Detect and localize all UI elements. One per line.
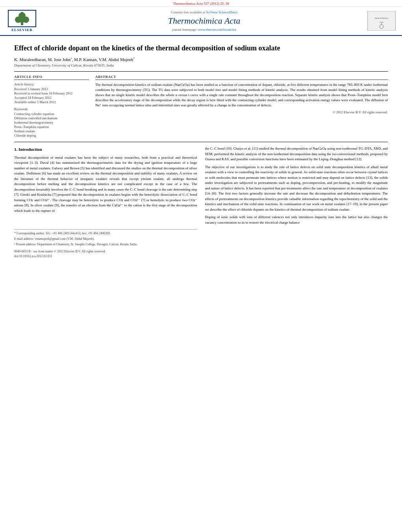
body-para-col2-2: The objective of our investigations is t… (205, 165, 388, 213)
homepage-label: journal homepage: (172, 28, 197, 32)
abstract-text: The thermal decomposition kinetics of so… (95, 82, 388, 108)
elsevier-logo: ELSEVIER (6, 10, 38, 32)
body-para-1: Thermal decomposition of metal oxalates … (14, 155, 197, 214)
sciverse-line: Contents lists available at SciVerse Sci… (44, 10, 364, 14)
journal-citation: Thermochimica Acta 537 (2012) 25–30 (173, 2, 229, 6)
doi-copyright: 0040-6031/$ – see front matter © 2012 El… (14, 250, 106, 253)
page: Thermochimica Acta 537 (2012) 25–30 ELSE… (0, 0, 402, 263)
keywords-list: Contracting cylinder equation Diffusion … (14, 112, 89, 137)
doi-line: 0040-6031/$ – see front matter © 2012 El… (14, 249, 197, 259)
contents-text: Contents lists available at (171, 10, 205, 14)
article-info-column: ARTICLE INFO Article history: Received 3… (14, 75, 89, 138)
received-date: Received 3 January 2012 (14, 87, 89, 91)
sciverse-link[interactable]: SciVerse ScienceDirect (206, 10, 237, 14)
section1-title: 1. Introduction (14, 146, 197, 153)
journal-logo-right: thermochimica acta (364, 11, 396, 31)
footnote-email-line: E-mail address: vmamujeeb@gmail.com (V.M… (14, 237, 197, 241)
body-columns: 1. Introduction Thermal decomposition of… (14, 142, 388, 259)
journal-citation-bar: Thermochimica Acta 537 (2012) 25–30 (0, 0, 402, 7)
authors: K. Muraleedharan, M. Jose John1, M.P. Ka… (14, 57, 388, 62)
abstract-heading: ABSTRACT (95, 75, 388, 80)
footnotes-area: * Corresponding author. Tel.: +91 494 24… (14, 229, 197, 259)
journal-title: Thermochimica Acta (44, 16, 364, 26)
journal-center: Contents lists available at SciVerse Sci… (44, 10, 364, 32)
article-info-heading: ARTICLE INFO (14, 75, 89, 80)
available-online-date: Available online 5 March 2012 (14, 100, 89, 104)
keyword-5: Sodium oxalate (14, 129, 89, 133)
affiliation: Department of Chemistry, University of C… (14, 63, 388, 67)
article-history-label: Article history: (14, 82, 89, 86)
keyword-4: Prout–Tompkins equation (14, 125, 89, 129)
body-para-col2-3: Doping of ionic solids with ions of diff… (205, 215, 388, 225)
footnote-ref-1: 1 (70, 57, 72, 60)
keyword-1: Contracting cylinder equation (14, 112, 89, 116)
article-title: Effect of chloride dopant on the kinetic… (14, 44, 388, 53)
doi-number: doi:10.1016/j.tca.2012.02.031 (14, 254, 52, 258)
body-col-left: 1. Introduction Thermal decomposition of… (14, 146, 197, 259)
copyright-line: © 2012 Elsevier B.V. All rights reserved… (95, 110, 388, 114)
article-info-abstract-section: ARTICLE INFO Article history: Received 3… (14, 71, 388, 138)
authors-text: K. Muraleedharan, M. Jose John1, M.P. Ka… (14, 57, 135, 62)
keywords-label: Keywords: (14, 107, 89, 111)
received-revised-date: Received in revised form 10 February 201… (14, 91, 89, 95)
article-history: Article history: Received 3 January 2012… (14, 82, 89, 104)
elsevier-tree-icon (10, 11, 34, 26)
footnotes: * Corresponding author. Tel.: +91 494 24… (14, 229, 197, 247)
accepted-date: Accepted 24 February 2012 (14, 96, 89, 100)
svg-text:thermochimica: thermochimica (375, 17, 389, 19)
body-col-right: the C–C bond [10]. Chaiyo et al. [11] st… (205, 146, 388, 259)
journal-homepage: journal homepage: www.elsevier.com/locat… (44, 28, 364, 32)
main-content: Effect of chloride dopant on the kinetic… (0, 36, 402, 263)
svg-point-5 (21, 12, 23, 14)
abstract-column: ABSTRACT The thermal decomposition kinet… (95, 75, 388, 138)
footnote-star-line: * Corresponding author. Tel.: +91 494 24… (14, 231, 197, 236)
corresponding-author-marker: * (133, 57, 135, 60)
elsevier-wordmark: ELSEVIER (11, 28, 33, 32)
body-para-col2-1: the C–C bond [10]. Chaiyo et al. [11] st… (205, 146, 388, 162)
footnote-1-line: ¹ Present address: Department of Chemist… (14, 242, 197, 247)
elsevier-logo-box (8, 10, 36, 27)
keyword-3: Isothermal thermogravimetry (14, 120, 89, 124)
keyword-2: Diffusion controlled mechanism (14, 116, 89, 120)
keywords-section: Keywords: Contracting cylinder equation … (14, 107, 89, 137)
homepage-link[interactable]: www.elsevier.com/locate/tca (198, 28, 236, 32)
journal-header: ELSEVIER Contents lists available at Sci… (0, 7, 402, 36)
thermochimica-logo: thermochimica acta (367, 11, 396, 31)
keyword-6: Chloride doping (14, 133, 89, 137)
